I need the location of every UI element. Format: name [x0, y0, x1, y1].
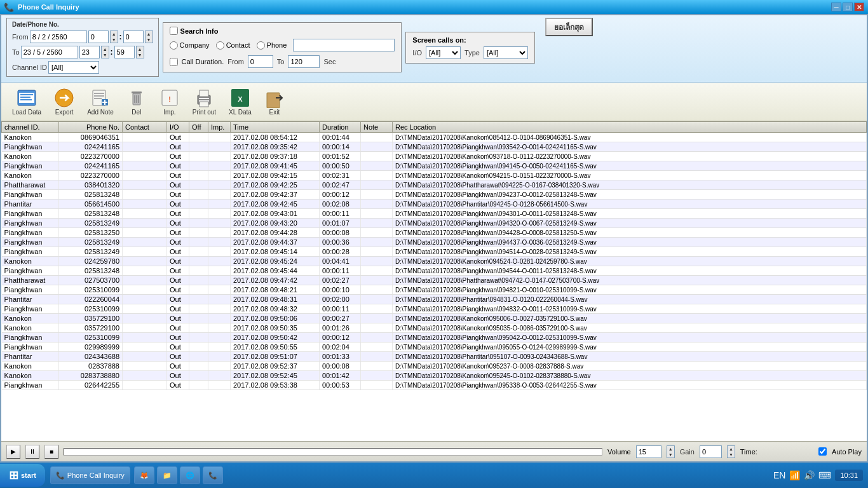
table-row[interactable]: Piangkhwan025813249Out2017.02.08 09:44:3…	[2, 238, 867, 247]
volume-input[interactable]	[636, 445, 661, 458]
table-row[interactable]: Kanokon0223270000Out2017.02.08 09:42:150…	[2, 171, 867, 180]
table-row[interactable]: Kanokon0869046351Out2017.02.08 08:54:120…	[2, 133, 867, 142]
lang-icon[interactable]: EN	[773, 470, 785, 480]
table-row[interactable]: Phantitar022260044Out2017.02.08 09:48:31…	[2, 295, 867, 304]
time-to-h-input[interactable]	[79, 46, 100, 58]
table-cell: D:\TMNData\20170208\Piangkhwan\094428-O-…	[393, 228, 867, 238]
table-row[interactable]: Kanokon0223270000Out2017.02.08 09:37:180…	[2, 152, 867, 161]
company-radio-label[interactable]: Company	[170, 41, 210, 50]
add-note-button[interactable]: Add Note	[81, 85, 119, 118]
table-row[interactable]: Phantitar056614500Out2017.02.08 09:42:45…	[2, 200, 867, 209]
table-cell: Phattharawat	[2, 276, 59, 285]
taskbar-browser-btn[interactable]: 🦊	[134, 466, 154, 484]
table-row[interactable]: Piangkhwan025813248Out2017.02.08 09:43:0…	[2, 209, 867, 219]
table-row[interactable]: Phantitar024343688Out2017.02.08 09:51:07…	[2, 352, 867, 362]
screen-calls-label: Screen calls on:	[412, 36, 528, 44]
minimize-btn[interactable]: ─	[831, 3, 841, 11]
imp-icon: !	[159, 88, 180, 108]
contact-radio[interactable]	[216, 41, 224, 50]
time-from-m-input[interactable]	[123, 30, 144, 43]
close-btn[interactable]: ✕	[854, 3, 864, 11]
keyboard-icon[interactable]: ⌨	[818, 470, 831, 480]
table-row[interactable]: Piangkhwan024241165Out2017.02.08 09:41:4…	[2, 161, 867, 171]
time-label: Time:	[740, 448, 757, 456]
load-data-button[interactable]: Load Data	[6, 85, 47, 118]
table-row[interactable]: Phattharawat027503700Out2017.02.08 09:47…	[2, 276, 867, 285]
imp-button[interactable]: ! Imp.	[154, 85, 186, 118]
taskbar-app-item[interactable]: 📞 Phone Call Inquiry	[50, 466, 130, 484]
phone-radio[interactable]	[257, 41, 265, 50]
volume-spin[interactable]: ▲▼	[667, 445, 675, 458]
table-cell: Out	[167, 371, 189, 381]
table-row[interactable]: Kanokon02837888Out2017.02.08 09:52:3700:…	[2, 362, 867, 371]
date-to-input[interactable]	[21, 46, 78, 58]
export-button[interactable]: Export	[48, 85, 80, 118]
volume-sys-icon[interactable]: 🔊	[804, 470, 815, 480]
table-row[interactable]: Kanokon0283738880Out2017.02.08 09:52:450…	[2, 371, 867, 381]
table-cell: Out	[167, 200, 189, 209]
phone-radio-label[interactable]: Phone	[257, 41, 287, 50]
search-info-label[interactable]: Search Info	[180, 27, 219, 35]
table-cell: 025813250	[59, 228, 123, 238]
windows-icon: ⊞	[9, 468, 18, 482]
print-out-button[interactable]: Print out	[187, 85, 222, 118]
search-info-text-input[interactable]	[293, 39, 395, 51]
time-to-m-input[interactable]	[114, 46, 135, 58]
network-icon[interactable]: 📶	[789, 470, 800, 480]
table-container[interactable]: channel ID. Phone No. Contact I/O Off Im…	[1, 121, 867, 441]
stop-button[interactable]: ■	[44, 445, 58, 459]
table-cell: 00:02:08	[320, 200, 361, 209]
table-cell	[208, 247, 231, 257]
table-row[interactable]: Piangkhwan025813249Out2017.02.08 09:45:1…	[2, 247, 867, 257]
auto-play-checkbox[interactable]	[818, 447, 827, 456]
dur-to-input[interactable]	[288, 55, 320, 68]
table-row[interactable]: Piangkhwan025813249Out2017.02.08 09:43:2…	[2, 219, 867, 228]
taskbar-phone-btn2[interactable]: 📞	[203, 466, 223, 484]
start-button[interactable]: ⊞ start	[0, 464, 45, 487]
cancel-button[interactable]: ยอเล็กสุด	[545, 18, 593, 36]
pause-button[interactable]: ⏸	[25, 445, 39, 459]
table-row[interactable]: Piangkhwan026442255Out2017.02.08 09:53:3…	[2, 381, 867, 390]
table-row[interactable]: Piangkhwan025813248Out2017.02.08 09:42:3…	[2, 190, 867, 200]
table-cell: Out	[167, 333, 189, 342]
date-from-input[interactable]	[30, 30, 87, 43]
io-select[interactable]: [All]	[426, 46, 461, 59]
table-row[interactable]: Piangkhwan024241165Out2017.02.08 09:35:4…	[2, 142, 867, 152]
time-from-h-spin[interactable]: ▲▼	[110, 30, 118, 43]
exit-button[interactable]: Exit	[259, 85, 290, 118]
svg-rect-4	[20, 99, 32, 100]
table-row[interactable]: Piangkhwan025813248Out2017.02.08 09:45:4…	[2, 266, 867, 276]
time-from-h-input[interactable]	[88, 30, 109, 43]
taskbar-ie-btn[interactable]: 🌐	[180, 466, 200, 484]
table-cell	[189, 142, 208, 152]
call-duration-label[interactable]: Call Duration.	[182, 58, 224, 65]
search-info-checkbox[interactable]	[170, 27, 178, 35]
maximize-btn[interactable]: □	[843, 3, 853, 11]
table-row[interactable]: Piangkhwan025310099Out2017.02.08 09:48:2…	[2, 285, 867, 295]
type-select[interactable]: [All]	[484, 46, 528, 59]
time-from-m-spin[interactable]: ▲▼	[145, 30, 153, 43]
gain-input[interactable]	[700, 445, 722, 458]
table-row[interactable]: Piangkhwan025310099Out2017.02.08 09:48:3…	[2, 304, 867, 314]
del-button[interactable]: Del	[121, 85, 153, 118]
company-radio[interactable]	[170, 41, 178, 50]
taskbar-folder-btn[interactable]: 📁	[157, 466, 177, 484]
dur-from-input[interactable]	[248, 55, 273, 68]
time-to-h-spin[interactable]: ▲▼	[101, 46, 109, 58]
table-row[interactable]: Phattharawat038401320Out2017.02.08 09:42…	[2, 180, 867, 190]
table-row[interactable]: Piangkhwan025813250Out2017.02.08 09:44:2…	[2, 228, 867, 238]
call-duration-checkbox[interactable]	[170, 58, 178, 66]
table-row[interactable]: Piangkhwan029989999Out2017.02.08 09:50:5…	[2, 342, 867, 352]
table-row[interactable]: Kanokon024259780Out2017.02.08 09:45:2400…	[2, 257, 867, 266]
table-row[interactable]: Piangkhwan025310099Out2017.02.08 09:50:4…	[2, 333, 867, 342]
xl-data-button[interactable]: X XL Data	[223, 85, 257, 118]
contact-radio-label[interactable]: Contact	[216, 41, 250, 50]
auto-play-label[interactable]: Auto Play	[832, 448, 862, 456]
gain-spin[interactable]: ▲▼	[727, 445, 735, 458]
progress-bar[interactable]	[64, 448, 602, 456]
time-to-m-spin[interactable]: ▲▼	[136, 46, 144, 58]
table-row[interactable]: Kanokon035729100Out2017.02.08 09:50:0600…	[2, 314, 867, 323]
table-row[interactable]: Kanokon035729100Out2017.02.08 09:50:3500…	[2, 323, 867, 333]
channel-select[interactable]: [All]	[48, 61, 99, 74]
play-button[interactable]: ▶	[6, 445, 20, 459]
